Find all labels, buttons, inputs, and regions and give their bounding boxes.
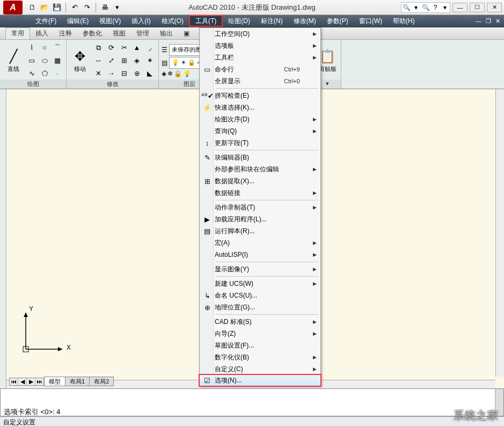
- ribbon-tab-extra-icon[interactable]: ▣: [178, 27, 195, 39]
- qat-dropdown-icon[interactable]: ▾: [112, 2, 122, 13]
- mirror-icon[interactable]: ▲: [131, 42, 143, 54]
- menu-item[interactable]: 外部参照和块在位编辑▶: [200, 163, 320, 175]
- menu-item[interactable]: 向导(Z)▶: [200, 328, 320, 340]
- chamfer-icon[interactable]: ◣: [144, 68, 156, 80]
- minimize-button[interactable]: —: [452, 3, 468, 12]
- polygon-icon[interactable]: ⬠: [39, 68, 50, 80]
- menu-parametric[interactable]: 参数(P): [322, 15, 354, 27]
- scale-icon[interactable]: ⤢: [105, 55, 117, 67]
- menu-window[interactable]: 窗口(W): [354, 15, 388, 27]
- menu-item[interactable]: 数据链接▶: [200, 187, 320, 199]
- new-icon[interactable]: 🗋: [27, 2, 38, 13]
- menu-view[interactable]: 视图(V): [94, 15, 126, 27]
- menu-item[interactable]: ⊞数据提取(X)...: [200, 175, 320, 187]
- stretch-icon[interactable]: ↔: [92, 55, 104, 67]
- erase-icon[interactable]: ✕: [92, 68, 104, 80]
- arc-icon[interactable]: ⌒: [52, 42, 63, 54]
- menu-item[interactable]: ᴬᴮ✔拼写检查(E): [200, 90, 320, 102]
- save-icon[interactable]: 💾: [52, 2, 62, 13]
- layer-icon[interactable]: ▤: [162, 59, 167, 67]
- menu-item[interactable]: 新建 UCS(W)▶: [200, 278, 320, 290]
- menu-item[interactable]: ✎块编辑器(B): [200, 151, 320, 163]
- array-icon[interactable]: ⊞: [118, 55, 130, 67]
- menu-item[interactable]: 数字化仪(B)▶: [200, 351, 320, 363]
- menu-item[interactable]: 绘图次序(D)▶: [200, 113, 320, 125]
- more-icon[interactable]: ▾: [440, 4, 450, 11]
- polyline-icon[interactable]: ⌇: [26, 42, 38, 54]
- menu-item[interactable]: 全屏显示Ctrl+0: [200, 75, 320, 87]
- menu-item[interactable]: 宏(A)▶: [200, 237, 320, 249]
- menu-help[interactable]: 帮助(H): [388, 15, 420, 27]
- help-icon[interactable]: ?: [430, 4, 440, 11]
- menu-item[interactable]: 选项板▶: [200, 40, 320, 52]
- open-icon[interactable]: 📂: [39, 2, 50, 13]
- menu-item[interactable]: 工作空间(O)▶: [200, 28, 320, 40]
- layer-prop-icon[interactable]: ☰: [162, 46, 167, 54]
- menu-item[interactable]: ⊕地理位置(G)...: [200, 301, 320, 313]
- mdi-minimize-button[interactable]: —: [474, 18, 483, 24]
- mdi-restore-button[interactable]: ❐: [484, 18, 493, 25]
- menu-item[interactable]: ▶加载应用程序(L)...: [200, 213, 320, 225]
- print-icon[interactable]: 🖶: [99, 2, 110, 13]
- extend-icon[interactable]: →: [105, 68, 117, 80]
- layer-freeze-icon[interactable]: ❄: [167, 70, 173, 77]
- fillet-icon[interactable]: ◞: [144, 42, 156, 54]
- line-button[interactable]: ╱直线: [3, 48, 24, 73]
- point-icon[interactable]: ·: [52, 68, 63, 80]
- break-icon[interactable]: ⊟: [118, 68, 130, 80]
- rotate-icon[interactable]: ⟳: [105, 42, 117, 54]
- menu-item[interactable]: ▤运行脚本(R)...: [200, 225, 320, 237]
- maximize-button[interactable]: ☐: [470, 3, 485, 12]
- app-menu-button[interactable]: A: [3, 1, 23, 15]
- rectangle-icon[interactable]: ▭: [26, 55, 38, 67]
- menu-item[interactable]: 工具栏▶: [200, 52, 320, 63]
- layout-tab-layout1[interactable]: 布局1: [65, 377, 90, 386]
- layout-tab-layout2[interactable]: 布局2: [89, 377, 114, 386]
- tab-nav-last-icon[interactable]: ⏭: [35, 378, 44, 385]
- mdi-close-button[interactable]: ✕: [494, 18, 502, 25]
- move-button[interactable]: ✥移动: [69, 48, 91, 73]
- menu-modify[interactable]: 修改(M): [288, 15, 322, 27]
- offset-icon[interactable]: ◈: [131, 55, 143, 67]
- ribbon-tab-annotate[interactable]: 注释: [54, 27, 77, 39]
- tab-nav-next-icon[interactable]: ▶: [27, 378, 35, 385]
- hatch-icon[interactable]: ▦: [52, 55, 63, 67]
- layer-lock-icon[interactable]: 🔒: [174, 70, 182, 77]
- menu-item[interactable]: CAD 标准(S)▶: [200, 316, 320, 328]
- search-box[interactable]: 🔍 ▾ 🔍 ? ▾: [401, 2, 450, 13]
- ribbon-tab-view[interactable]: 视图: [107, 27, 131, 39]
- circle-icon[interactable]: ○: [39, 42, 50, 54]
- trim-icon[interactable]: ✂: [118, 42, 130, 54]
- copy-icon[interactable]: ⧉: [92, 42, 104, 54]
- menu-item[interactable]: 草图设置(F)...: [200, 340, 320, 351]
- menu-dimension[interactable]: 标注(N): [255, 15, 288, 27]
- menu-file[interactable]: 文件(F): [30, 15, 62, 27]
- ribbon-tab-parametric[interactable]: 参数化: [77, 27, 107, 39]
- layout-tab-model[interactable]: 模型: [44, 377, 65, 386]
- ribbon-tab-manage[interactable]: 管理: [131, 27, 155, 39]
- search-icon[interactable]: 🔍: [421, 4, 430, 11]
- menu-item[interactable]: ☑选项(N)...: [199, 374, 321, 386]
- menu-item[interactable]: ↕更新字段(T): [200, 137, 320, 149]
- tab-nav-first-icon[interactable]: ⏮: [10, 378, 18, 385]
- layer-off-icon[interactable]: 💡: [183, 70, 191, 77]
- search-dropdown-icon[interactable]: ▾: [411, 4, 421, 11]
- ribbon-tab-insert[interactable]: 插入: [30, 27, 54, 39]
- menu-item[interactable]: 动作录制器(T)▶: [200, 201, 320, 213]
- ribbon-tab-home[interactable]: 常用: [5, 27, 30, 39]
- redo-icon[interactable]: ↷: [82, 2, 92, 13]
- explode-icon[interactable]: ✶: [144, 55, 156, 67]
- menu-item[interactable]: 自定义(C)▶: [200, 363, 320, 375]
- layer-iso-icon[interactable]: ◈: [162, 70, 166, 77]
- menu-item[interactable]: ↳命名 UCS(U)...: [200, 290, 320, 301]
- command-window[interactable]: 选项卡索引 <0>: 4 命令: NAVSMOTION 命令:: [0, 388, 504, 416]
- menu-format[interactable]: 格式(O): [156, 15, 189, 27]
- close-button[interactable]: ✕: [487, 3, 502, 12]
- menu-insert[interactable]: 插入(I): [126, 15, 156, 27]
- join-icon[interactable]: ⊕: [131, 68, 143, 80]
- menu-item[interactable]: 显示图像(Y)▶: [200, 263, 320, 275]
- undo-icon[interactable]: ↶: [69, 2, 80, 13]
- menu-tools[interactable]: 工具(T): [189, 15, 223, 27]
- ellipse-icon[interactable]: ⬭: [39, 55, 50, 67]
- ribbon-tab-output[interactable]: 输出: [155, 27, 178, 39]
